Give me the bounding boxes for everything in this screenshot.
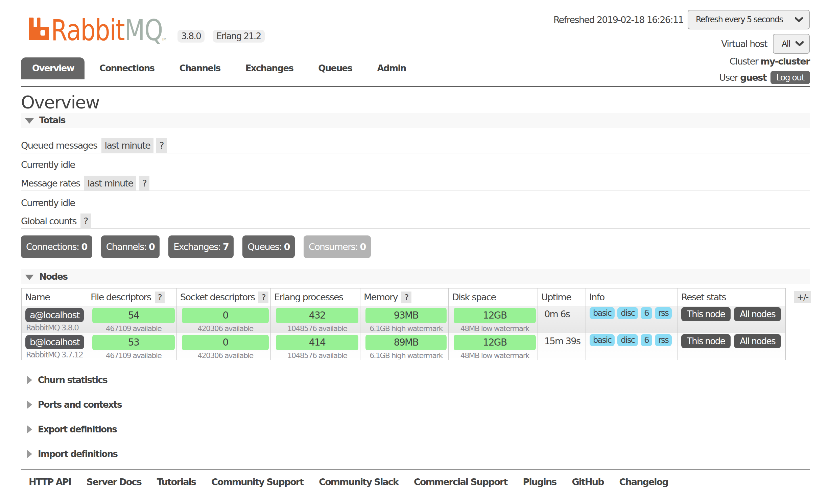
page-title: Overview <box>21 92 99 112</box>
disk-bar: 12GB <box>454 335 536 350</box>
queues-count-badge[interactable]: Queues: 0 <box>242 235 295 258</box>
section-header-churn-statistics[interactable]: Churn statistics <box>27 375 107 385</box>
logo-text-rabbit: RabbitMQ <box>51 17 163 46</box>
info-badge-basic: basic <box>590 307 615 319</box>
column-toggle-button[interactable]: +/- <box>794 291 811 303</box>
memory-help-icon[interactable]: ? <box>401 292 411 303</box>
node-row-a: a@localhost RabbitMQ 3.8.0 54 467109 ava… <box>22 306 786 333</box>
disk-watermark: 48MB low watermark <box>454 352 536 360</box>
cell-erlang-processes: 432 1048576 available <box>271 306 360 333</box>
section-title-import: Import definitions <box>38 449 117 459</box>
tab-connections[interactable]: Connections <box>87 57 167 79</box>
nodes-table: Name File descriptors? Socket descriptor… <box>21 288 786 360</box>
fd-help-icon[interactable]: ? <box>155 292 165 303</box>
cell-info: basicdisc6rss <box>586 333 678 360</box>
section-header-totals[interactable]: Totals <box>21 113 810 128</box>
expand-triangle-icon <box>27 376 32 384</box>
footer-links: HTTP API Server Docs Tutorials Community… <box>29 477 668 487</box>
footer-link-changelog[interactable]: Changelog <box>619 477 668 487</box>
queued-messages-header: Queued messages last minute ? <box>21 138 810 153</box>
tab-admin[interactable]: Admin <box>364 57 418 79</box>
logout-button[interactable]: Log out <box>770 71 810 84</box>
refreshed-timestamp: Refreshed 2019-02-18 16:26:11 <box>553 15 683 25</box>
section-header-export-definitions[interactable]: Export definitions <box>27 424 117 434</box>
global-count-badges: Connections: 0 Channels: 0 Exchanges: 7 … <box>21 235 371 258</box>
refresh-controls: Refreshed 2019-02-18 16:26:11 Refresh ev… <box>553 10 810 29</box>
expand-triangle-icon <box>27 400 32 409</box>
footer-link-community-support[interactable]: Community Support <box>211 477 303 487</box>
info-badge-rss: rss <box>655 307 672 319</box>
global-help-icon[interactable]: ? <box>80 213 91 229</box>
refresh-interval-select[interactable]: Refresh every 5 seconds <box>688 10 810 29</box>
cell-socket-descriptors: 0 420306 available <box>177 333 271 360</box>
broker-version-chip: 3.8.0 <box>177 30 205 43</box>
proc-bar: 432 <box>276 308 358 323</box>
version-chips: 3.8.0 Erlang 21.2 <box>177 30 265 43</box>
rabbitmq-logo-svg: RabbitMQ TM <box>29 17 167 46</box>
memory-watermark: 6.1GB high watermark <box>365 325 447 333</box>
consumers-count-badge[interactable]: Consumers: 0 <box>304 235 371 258</box>
user-info: User guest <box>719 72 766 83</box>
footer-link-http-api[interactable]: HTTP API <box>29 477 71 487</box>
tab-queues[interactable]: Queues <box>306 57 364 79</box>
rates-idle-text: Currently idle <box>21 198 75 208</box>
node-name-badge[interactable]: a@localhost <box>25 308 84 322</box>
virtual-host-select[interactable]: All <box>773 34 810 54</box>
queued-filter-chip[interactable]: last minute <box>101 138 154 153</box>
memory-bar: 93MB <box>365 308 447 323</box>
exchanges-count-badge[interactable]: Exchanges: 7 <box>168 235 234 258</box>
channels-count-badge[interactable]: Channels: 0 <box>101 235 160 258</box>
reset-this-node-button[interactable]: This node <box>681 334 731 348</box>
tab-exchanges[interactable]: Exchanges <box>233 57 306 79</box>
sd-available: 420306 available <box>182 352 269 360</box>
cell-uptime: 15m 39s <box>538 333 586 360</box>
info-badge-6: 6 <box>641 307 652 319</box>
fd-bar: 53 <box>92 335 175 350</box>
cluster-label: Cluster <box>730 56 758 67</box>
main-nav: Overview Connections Channels Exchanges … <box>21 57 419 79</box>
info-badge-disc: disc <box>617 334 638 346</box>
global-counts-label: Global counts <box>21 216 76 226</box>
footer-link-plugins[interactable]: Plugins <box>523 477 556 487</box>
section-title-ports: Ports and contexts <box>38 400 122 410</box>
chevron-down-icon <box>796 41 804 46</box>
footer-link-server-docs[interactable]: Server Docs <box>87 477 141 487</box>
section-header-import-definitions[interactable]: Import definitions <box>27 449 117 459</box>
cell-reset-stats: This nodeAll nodes <box>678 333 786 360</box>
reset-all-nodes-button[interactable]: All nodes <box>734 307 781 321</box>
section-title-totals: Totals <box>39 115 65 125</box>
footer-divider <box>21 469 810 470</box>
reset-this-node-button[interactable]: This node <box>681 307 731 321</box>
queued-help-icon[interactable]: ? <box>156 138 167 153</box>
info-badge-basic: basic <box>590 334 615 346</box>
reset-all-nodes-button[interactable]: All nodes <box>734 334 781 348</box>
tab-channels[interactable]: Channels <box>167 57 233 79</box>
proc-available: 1048576 available <box>276 325 358 333</box>
message-rates-header: Message rates last minute ? <box>21 176 810 191</box>
cell-erlang-processes: 414 1048576 available <box>271 333 360 360</box>
memory-bar: 89MB <box>365 335 447 350</box>
footer-link-github[interactable]: GitHub <box>572 477 603 487</box>
footer-link-tutorials[interactable]: Tutorials <box>157 477 196 487</box>
rabbitmq-logo[interactable]: RabbitMQ TM <box>29 17 167 48</box>
logo-trademark: TM <box>161 37 166 42</box>
section-header-nodes[interactable]: Nodes <box>21 269 810 284</box>
proc-bar: 414 <box>276 335 358 350</box>
col-socket-descriptors: Socket descriptors? <box>177 288 271 306</box>
sd-help-icon[interactable]: ? <box>258 292 268 303</box>
sd-bar: 0 <box>182 308 269 323</box>
cell-info: basicdisc6rss <box>586 306 678 333</box>
footer-link-commercial-support[interactable]: Commercial Support <box>414 477 507 487</box>
queued-messages-label: Queued messages <box>21 140 97 151</box>
connections-count-badge[interactable]: Connections: 0 <box>21 235 92 258</box>
nav-divider <box>21 86 810 87</box>
rates-help-icon[interactable]: ? <box>139 176 149 191</box>
tab-overview[interactable]: Overview <box>21 57 85 79</box>
rates-filter-chip[interactable]: last minute <box>84 176 137 191</box>
node-name-badge[interactable]: b@localhost <box>25 335 84 349</box>
chevron-down-icon <box>795 17 803 22</box>
section-header-ports-and-contexts[interactable]: Ports and contexts <box>27 400 122 410</box>
footer-link-community-slack[interactable]: Community Slack <box>319 477 398 487</box>
col-info: Info <box>586 288 678 306</box>
collapse-triangle-icon <box>25 118 34 124</box>
